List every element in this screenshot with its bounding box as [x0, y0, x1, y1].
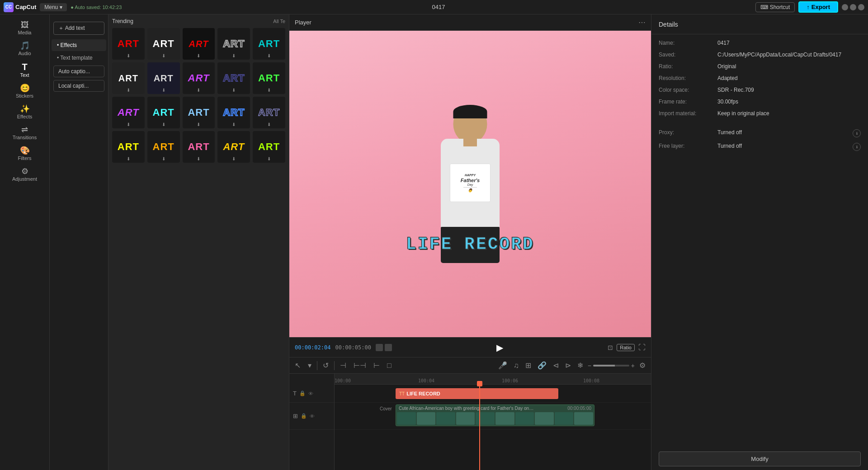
split-end-tool[interactable]: ⊢ — [372, 360, 382, 371]
play-button[interactable]: ▶ — [496, 342, 503, 353]
playhead — [479, 385, 480, 470]
zoom-in[interactable]: + — [631, 362, 635, 369]
art-item-15[interactable]: ART ⬇ — [253, 97, 285, 128]
thumb-8 — [535, 412, 554, 425]
maximize-button[interactable] — [850, 4, 856, 10]
auto-saved-status: ● Auto saved: 10:42:23 — [71, 5, 122, 10]
fullscreen-button[interactable]: ⛶ — [638, 343, 646, 352]
track-labels: T 🔒 👁 ⊞ 🔒 👁 — [289, 374, 335, 470]
thumb-10 — [574, 412, 593, 425]
text-clip[interactable]: TT LIFE RECORD — [396, 388, 558, 399]
menu-button[interactable]: Menu ▾ — [40, 3, 67, 11]
zoom-slider[interactable] — [593, 365, 629, 367]
download-icon-11: ⬇ — [127, 122, 130, 127]
screenshot-icon[interactable]: ⊡ — [608, 344, 613, 351]
nav-effects[interactable]: ✨ Effects — [5, 102, 45, 122]
freelayer-toggle[interactable]: ℹ — [853, 143, 861, 151]
export-button[interactable]: ↑ Export — [798, 1, 838, 13]
prev-frame[interactable]: ⊲ — [551, 360, 561, 371]
ruler-3: 100:08 — [583, 378, 599, 383]
art-item-16[interactable]: ART ⬇ — [112, 131, 145, 163]
art-item-3[interactable]: ART ⬇ — [183, 28, 215, 60]
download-icon-15: ⬇ — [267, 122, 271, 127]
effects-sub-item[interactable]: • Effects — [52, 39, 106, 51]
art-item-11[interactable]: ART ⬇ — [112, 97, 145, 128]
art-item-8[interactable]: ART ⬇ — [183, 62, 215, 94]
player-area: Player ⋯ — [289, 14, 651, 357]
nav-media[interactable]: 🖼 Media — [5, 18, 45, 38]
zoom-out[interactable]: − — [588, 362, 591, 369]
art-item-10[interactable]: ART ⬇ — [253, 62, 285, 94]
detail-spacer — [659, 122, 861, 129]
art-item-19[interactable]: ART ⬇ — [217, 131, 250, 163]
nav-filters[interactable]: 🎨 Filters — [5, 144, 45, 164]
detail-saved: Saved: C:/Users/MyPC/AppData/Local/CapCu… — [659, 52, 861, 58]
link-tool[interactable]: 🔗 — [536, 360, 548, 371]
close-button[interactable] — [858, 4, 864, 10]
text-sub-sidebar: ＋ Add text • Effects • Text template Aut… — [50, 14, 108, 470]
text-template-sub-item[interactable]: • Text template — [52, 52, 106, 64]
select-tool[interactable]: ↖ — [293, 360, 302, 371]
add-text-button[interactable]: ＋ Add text — [53, 22, 104, 35]
select-arrow[interactable]: ▾ — [306, 360, 313, 371]
timeline-dots — [376, 344, 392, 351]
detail-resolution-value: Adapted — [717, 75, 738, 81]
art-item-12[interactable]: ART ⬇ — [147, 97, 180, 128]
thumb-1 — [397, 412, 416, 425]
art-item-1[interactable]: ART ⬇ — [112, 28, 145, 60]
split-tool[interactable]: ⊢⊣ — [352, 360, 368, 371]
dot-2 — [385, 344, 392, 351]
art-item-4[interactable]: ART ⬇ — [217, 28, 250, 60]
art-item-2[interactable]: ART ⬇ — [147, 28, 180, 60]
art-label-8: ART — [188, 72, 210, 84]
main-layout: 🖼 Media 🎵 Audio T Text 😊 Stickers ✨ Effe… — [0, 14, 868, 470]
art-item-5[interactable]: ART ⬇ — [253, 28, 285, 60]
all-text-link[interactable]: All Te — [273, 19, 285, 24]
detail-name-label: Name: — [659, 40, 717, 46]
ratio-button[interactable]: Ratio — [617, 344, 635, 351]
art-item-13[interactable]: ART ⬇ — [183, 97, 215, 128]
player-title: Player — [295, 19, 311, 26]
mic-icon[interactable]: 🎤 — [496, 360, 509, 371]
menu-label: Menu — [44, 4, 58, 10]
nav-transitions[interactable]: ⇌ Transitions — [5, 123, 45, 143]
freeze-tool[interactable]: ❄ — [576, 360, 585, 371]
text-template-label: • Text template — [57, 55, 93, 61]
auto-caption-button[interactable]: Auto captio... — [53, 66, 104, 77]
delete-tool[interactable]: □ — [385, 361, 393, 371]
detail-resolution: Resolution: Adapted — [659, 75, 861, 81]
nav-audio[interactable]: 🎵 Audio — [5, 39, 45, 59]
ruler-spacer — [289, 374, 334, 385]
art-item-7[interactable]: ART ⬇ — [147, 62, 180, 94]
art-item-6[interactable]: ART ⬇ — [112, 62, 145, 94]
next-frame[interactable]: ⊳ — [563, 360, 573, 371]
player-menu-icon[interactable]: ⋯ — [638, 18, 646, 27]
text-track-tool[interactable]: ⊞ — [524, 360, 533, 371]
undo-tool[interactable]: ↺ — [321, 360, 330, 371]
add-text-label: ＋ Add text — [58, 24, 85, 32]
audio-tool[interactable]: ♫ — [512, 361, 521, 371]
nav-stickers[interactable]: 😊 Stickers — [5, 81, 45, 101]
settings-icon[interactable]: ⚙ — [637, 360, 647, 371]
video-clip[interactable]: Cute African-American boy with greeting … — [396, 404, 594, 426]
nav-text[interactable]: T Text — [5, 60, 45, 80]
nav-adjustment[interactable]: ⚙ Adjustment — [5, 164, 45, 184]
split-start-tool[interactable]: ⊣ — [338, 360, 348, 371]
local-caption-button[interactable]: Local capti... — [53, 80, 104, 92]
detail-ratio-value: Original — [717, 63, 736, 70]
shortcut-button[interactable]: ⌨ Shortcut — [755, 2, 795, 12]
art-item-20[interactable]: ART ⬇ — [253, 131, 285, 163]
text-templates-area: Trending All Te ART ⬇ ART ⬇ ART ⬇ — [108, 14, 289, 470]
art-item-9[interactable]: ART ⬇ — [217, 62, 250, 94]
lock-icon: 🔒 — [299, 390, 306, 396]
proxy-toggle[interactable]: ℹ — [853, 129, 861, 137]
art-item-14[interactable]: ART ⬇ — [217, 97, 250, 128]
detail-colorspace-label: Color space: — [659, 87, 717, 93]
art-label-4: ART — [223, 38, 245, 50]
art-item-17[interactable]: ART ⬇ — [147, 131, 180, 163]
modify-button[interactable]: Modify — [659, 451, 861, 466]
minimize-button[interactable] — [842, 4, 848, 10]
download-icon-8: ⬇ — [197, 88, 200, 93]
menu-arrow: ▾ — [60, 4, 62, 10]
art-item-18[interactable]: ART ⬇ — [183, 131, 215, 163]
